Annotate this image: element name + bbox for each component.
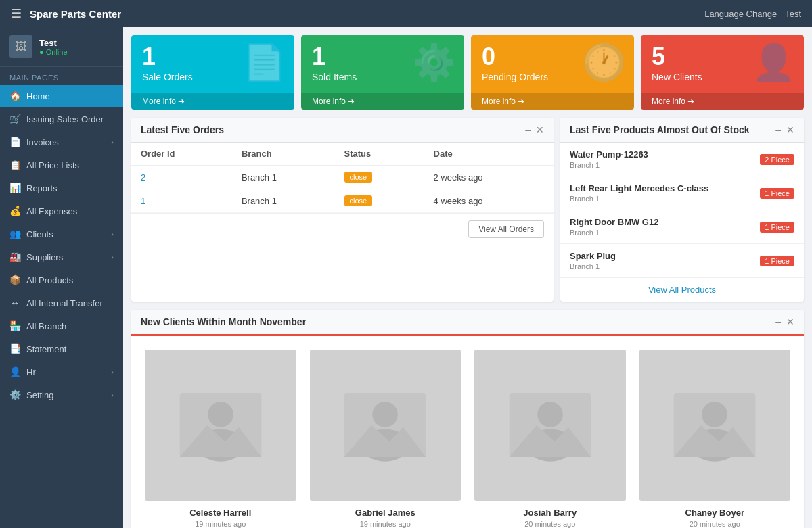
sidebar-icon-setting: ⚙️ [9,389,20,400]
language-change-button[interactable]: Language Change [704,9,777,19]
client-avatar [145,350,296,501]
col-status: Status [335,143,424,166]
top-nav-left: ☰ Spare Parts Center [11,6,121,21]
minimize-icon[interactable]: – [525,124,531,135]
app-brand: Spare Parts Center [30,8,121,20]
col-branch: Branch [232,143,335,166]
sidebar-label-issuing-sales-order: Issuing Sales Order [26,114,114,124]
status-cell: close [335,166,424,189]
sidebar-item-statement[interactable]: 📑 Statement [0,337,123,360]
sidebar-item-all-products[interactable]: 📦 All Products [0,268,123,291]
stat-icon-pending-orders: 🕐 [582,42,626,83]
piece-badge: 1 Piece [760,188,794,199]
main-layout: 🖼 Test ● Online Main Pages 🏠 Home 🛒 Issu… [0,27,812,528]
arrow-icon-suppliers: › [111,253,114,261]
sidebar-label-setting: Setting [26,390,105,400]
piece-badge: 2 Piece [760,154,794,165]
sidebar-item-suppliers[interactable]: 🏭 Suppliers › [0,245,123,268]
minimize-icon[interactable]: – [775,124,781,135]
sidebar-item-reports[interactable]: 📊 Reports [0,176,123,199]
svg-point-13 [702,402,727,427]
sidebar-icon-suppliers: 🏭 [9,251,20,262]
top-nav-right: Language Change Test [704,9,801,19]
sidebar-icon-statement: 📑 [9,343,20,354]
stat-card-new-clients: 👤 5 New Clients More info ➜ [641,35,804,110]
sidebar-item-setting[interactable]: ⚙️ Setting › [0,383,123,406]
product-branch: Branch 1 [570,262,616,270]
list-item: Spark Plug Branch 1 1 Piece [560,244,804,278]
product-info: Water Pump-12263 Branch 1 [570,149,648,169]
list-item: Left Rear Light Mercedes C-class Branch … [560,176,804,210]
client-avatar [639,350,791,501]
sidebar-user-info: Test ● Online [39,38,68,56]
piece-badge: 1 Piece [760,222,794,233]
sidebar-icon-all-internal-transfer: ↔️ [9,297,20,308]
client-time: 20 minutes ago [474,520,626,528]
client-name: Gabriel James [310,508,461,518]
branch-cell: Branch 1 [232,189,335,213]
arrow-icon-invoices: › [111,138,114,146]
product-name: Left Rear Light Mercedes C-class [570,183,708,193]
sidebar-item-clients[interactable]: 👥 Clients › [0,222,123,245]
status-cell: close [335,189,424,213]
sidebar-user: 🖼 Test ● Online [0,27,123,67]
product-name: Spark Plug [570,251,616,261]
main-content: 📄 1 Sale Orders More info ➜ ⚙️ 1 Sold It… [123,27,812,528]
latest-orders-header: Latest Five Orders – ✕ [131,118,554,143]
status-badge: close [344,195,373,206]
sidebar-label-hr: Hr [26,367,105,377]
stat-footer-sold-items[interactable]: More info ➜ [301,93,464,110]
close-icon[interactable]: ✕ [786,316,794,327]
sidebar-item-all-price-lists[interactable]: 📋 All Price Lists [0,153,123,176]
sidebar-icon-clients: 👥 [9,229,20,239]
low-stock-header: Last Five Products Almost Out Of Stock –… [560,118,804,143]
sidebar-label-suppliers: Suppliers [26,252,105,262]
sidebar-label-all-products: All Products [26,275,114,285]
client-card: Chaney Boyer 20 minutes ago [639,350,791,528]
stat-footer-pending-orders[interactable]: More info ➜ [471,93,634,110]
latest-orders-title: Latest Five Orders [141,124,224,135]
sidebar-label-invoices: Invoices [26,137,105,147]
stat-icon-sold-items: ⚙️ [412,42,456,83]
sidebar: 🖼 Test ● Online Main Pages 🏠 Home 🛒 Issu… [0,27,123,528]
top-nav: ☰ Spare Parts Center Language Change Tes… [0,0,812,27]
sidebar-icon-hr: 👤 [9,366,20,377]
order-id-cell[interactable]: 1 [131,189,232,213]
sidebar-icon-home: 🏠 [9,91,20,101]
orders-tbody: 2 Branch 1 close 2 weeks ago 1 Branch 1 … [131,166,554,213]
stat-card-sold-items: ⚙️ 1 Sold Items More info ➜ [301,35,464,110]
sidebar-icon-all-expenses: 💰 [9,206,20,216]
low-stock-controls: – ✕ [775,124,794,135]
svg-point-5 [372,402,398,427]
sidebar-item-hr[interactable]: 👤 Hr › [0,360,123,383]
sidebar-item-all-internal-transfer[interactable]: ↔️ All Internal Transfer [0,291,123,314]
sidebar-icon-all-branch: 🏪 [9,320,20,331]
client-name: Josiah Barry [474,508,626,518]
sidebar-section-label: Main Pages [0,67,123,85]
hamburger-icon[interactable]: ☰ [11,6,22,21]
clients-header: New Clients Within Month November – ✕ [131,310,804,336]
stat-footer-new-clients[interactable]: More info ➜ [641,93,804,110]
latest-orders-panel: Latest Five Orders – ✕ Order Id Branch S… [131,118,554,302]
sidebar-item-all-branch[interactable]: 🏪 All Branch [0,314,123,337]
sidebar-label-all-price-lists: All Price Lists [26,160,114,170]
list-item: Water Pump-12263 Branch 1 2 Piece [560,143,804,176]
client-card: Celeste Harrell 19 minutes ago [145,350,296,528]
minimize-icon[interactable]: – [775,316,781,327]
arrow-icon-hr: › [111,368,114,376]
close-icon[interactable]: ✕ [786,124,794,135]
view-all-orders-button[interactable]: View All Orders [468,220,544,238]
sidebar-item-issuing-sales-order[interactable]: 🛒 Issuing Sales Order [0,107,123,130]
sidebar-label-all-branch: All Branch [26,321,114,331]
order-id-cell[interactable]: 2 [131,166,232,189]
product-name: Water Pump-12263 [570,149,648,160]
svg-point-1 [208,402,233,427]
low-stock-title: Last Five Products Almost Out Of Stock [570,124,750,135]
view-all-products-link[interactable]: View All Products [560,278,804,302]
stat-footer-sale-orders[interactable]: More info ➜ [131,93,294,110]
close-icon[interactable]: ✕ [536,124,544,135]
sidebar-item-home[interactable]: 🏠 Home [0,85,123,107]
sidebar-item-invoices[interactable]: 📄 Invoices › [0,130,123,153]
avatar: 🖼 [9,35,32,58]
sidebar-item-all-expenses[interactable]: 💰 All Expenses [0,199,123,222]
